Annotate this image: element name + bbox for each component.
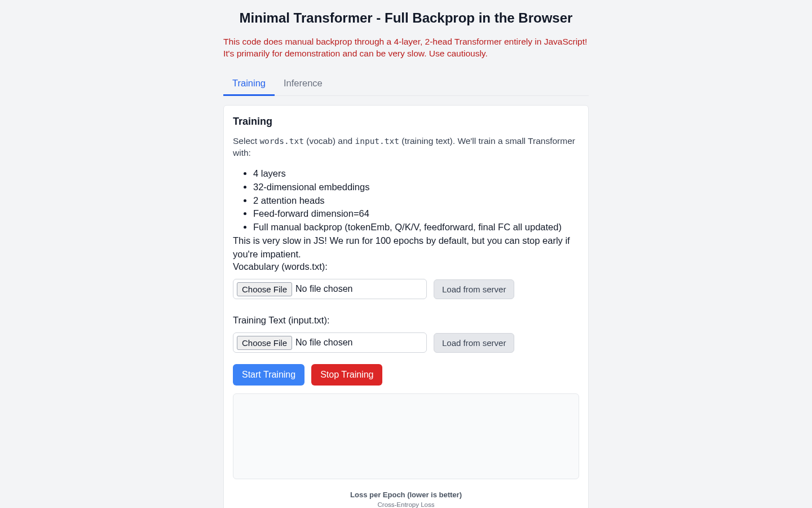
choose-file-button[interactable]: Choose File <box>237 282 292 296</box>
list-item: Feed-forward dimension=64 <box>253 207 579 221</box>
page-title: Minimal Transformer - Full Backprop in t… <box>223 10 589 26</box>
load-text-server-button[interactable]: Load from server <box>434 333 514 353</box>
warning-text: This code does manual backprop through a… <box>223 36 589 60</box>
load-vocab-server-button[interactable]: Load from server <box>434 279 514 299</box>
instr-file-words: words.txt <box>259 137 304 146</box>
tab-bar: Training Inference <box>223 72 589 96</box>
training-heading: Training <box>233 116 579 128</box>
instr-file-input: input.txt <box>355 137 399 146</box>
training-panel: Training Select words.txt (vocab) and in… <box>223 105 589 508</box>
text-file-input[interactable]: Choose File No file chosen <box>233 332 427 353</box>
choose-file-button[interactable]: Choose File <box>237 336 292 350</box>
no-file-text: No file chosen <box>295 338 352 348</box>
list-item: Full manual backprop (tokenEmb, Q/K/V, f… <box>253 221 579 234</box>
training-instructions: Select words.txt (vocab) and input.txt (… <box>233 135 579 159</box>
chart-title: Loss per Epoch (lower is better) <box>233 491 579 499</box>
tab-inference[interactable]: Inference <box>275 72 332 96</box>
vocab-label: Vocabulary (words.txt): <box>233 261 579 272</box>
instr-text: (vocab) and <box>304 136 355 146</box>
list-item: 32-dimensional embeddings <box>253 181 579 194</box>
instr-text: Select <box>233 136 259 146</box>
no-file-text: No file chosen <box>295 284 352 294</box>
tab-training[interactable]: Training <box>223 72 275 96</box>
list-item: 4 layers <box>253 167 579 181</box>
training-log <box>233 393 579 479</box>
slow-note: This is very slow in JS! We run for 100 … <box>233 234 579 261</box>
vocab-file-input[interactable]: Choose File No file chosen <box>233 279 427 299</box>
text-label: Training Text (input.txt): <box>233 315 579 326</box>
list-item: 2 attention heads <box>253 194 579 208</box>
stop-training-button[interactable]: Stop Training <box>311 364 382 386</box>
chart-ylabel: Cross-Entropy Loss <box>233 501 579 508</box>
start-training-button[interactable]: Start Training <box>233 364 304 386</box>
spec-list: 4 layers 32-dimensional embeddings 2 att… <box>233 167 579 235</box>
